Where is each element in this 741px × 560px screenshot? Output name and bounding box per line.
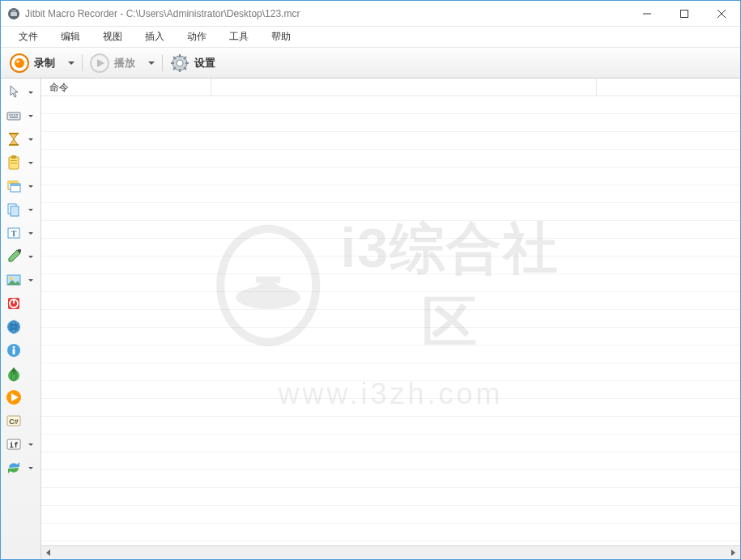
sidebar-window-button[interactable]: [2, 175, 25, 197]
play-dropdown[interactable]: [144, 57, 159, 69]
sidebar-copy-button[interactable]: [2, 198, 25, 221]
chevron-down-icon: [28, 91, 33, 94]
sidebar-csharp-button[interactable]: C#: [2, 409, 25, 432]
svg-rect-22: [7, 112, 20, 120]
svg-rect-24: [11, 114, 13, 116]
sidebar-copy-dropdown[interactable]: [25, 209, 36, 211]
separator: [82, 55, 83, 71]
svg-rect-29: [9, 144, 19, 146]
menu-help[interactable]: 帮助: [260, 27, 302, 47]
chevron-down-icon: [28, 232, 33, 235]
sidebar-upload-button[interactable]: [2, 363, 25, 385]
sidebar-mouse-button[interactable]: [2, 81, 25, 104]
minimize-button[interactable]: [628, 1, 666, 26]
chevron-down-icon: [28, 209, 33, 211]
chevron-down-icon: [28, 467, 33, 469]
csharp-icon: C#: [6, 413, 22, 429]
grid-header: 命令: [41, 78, 740, 96]
window-title: Jitbit Macro Recorder - C:\Users\Adminis…: [25, 8, 628, 19]
sidebar-playmacro-button[interactable]: [2, 386, 25, 409]
menubar: 文件 编辑 视图 插入 动作 工具 帮助: [1, 27, 740, 48]
sidebar-if-dropdown[interactable]: [25, 443, 36, 446]
sidebar-if-button[interactable]: if: [2, 433, 25, 456]
close-button[interactable]: [703, 1, 740, 26]
chevron-down-icon: [28, 138, 33, 141]
chevron-down-icon: [28, 185, 33, 188]
sidebar-keyboard-dropdown[interactable]: [25, 115, 36, 117]
sidebar-text-button[interactable]: T: [2, 222, 25, 244]
info-icon: [6, 342, 22, 358]
menu-file[interactable]: 文件: [7, 27, 49, 47]
horizontal-scrollbar[interactable]: [41, 545, 740, 559]
grid-body[interactable]: i3综合社区 www.i3zh.com: [41, 96, 740, 545]
record-button[interactable]: 录制: [6, 51, 62, 75]
scroll-track[interactable]: [55, 546, 726, 559]
sidebar-color-button[interactable]: [2, 245, 25, 268]
sidebar-window-dropdown[interactable]: [25, 185, 36, 188]
menu-view[interactable]: 视图: [92, 27, 134, 47]
sidebar-mouse-dropdown[interactable]: [25, 91, 36, 94]
svg-point-21: [177, 60, 183, 66]
app-icon: [7, 7, 20, 20]
sidebar-refresh-dropdown[interactable]: [25, 467, 36, 469]
svg-rect-39: [11, 206, 19, 216]
svg-rect-42: [18, 249, 21, 252]
sidebar-info-button[interactable]: [2, 339, 25, 362]
if-icon: if: [6, 436, 22, 452]
copy-icon: [6, 202, 22, 218]
gear-icon: [170, 53, 190, 73]
settings-button[interactable]: 设置: [166, 51, 223, 75]
sidebar-delay-button[interactable]: [2, 128, 25, 151]
window-icon: [6, 178, 22, 194]
sidebar-power-button[interactable]: [2, 292, 25, 315]
image-icon: [6, 272, 22, 288]
menu-insert[interactable]: 插入: [134, 27, 176, 47]
eyedropper-icon: [6, 248, 22, 265]
sidebar-refresh-button[interactable]: [2, 456, 25, 479]
sidebar-text-dropdown[interactable]: [25, 232, 36, 235]
menu-edit[interactable]: 编辑: [49, 27, 92, 47]
maximize-button[interactable]: [666, 1, 703, 26]
chevron-down-icon: [28, 115, 33, 117]
menu-action[interactable]: 动作: [176, 27, 218, 47]
record-icon: [10, 53, 29, 73]
svg-rect-37: [11, 184, 20, 186]
command-grid: 命令: [41, 78, 740, 559]
scroll-right-button[interactable]: [726, 546, 740, 559]
play-icon: [6, 389, 22, 405]
play-icon: [90, 53, 109, 73]
chevron-down-icon: [28, 256, 33, 258]
sidebar-delay-dropdown[interactable]: [25, 138, 36, 141]
sidebar-color-dropdown[interactable]: [25, 256, 36, 258]
settings-label: 设置: [194, 56, 215, 70]
sidebar-web-button[interactable]: [2, 316, 25, 338]
grid-header-command[interactable]: 命令: [41, 78, 211, 95]
sidebar-image-button[interactable]: [2, 269, 25, 291]
svg-rect-1: [11, 12, 17, 16]
sidebar-keyboard-button[interactable]: [2, 104, 25, 127]
sidebar-clipboard-dropdown[interactable]: [25, 162, 36, 164]
sidebar-clipboard-button[interactable]: [2, 151, 25, 174]
clipboard-icon: [6, 155, 22, 171]
play-button[interactable]: 播放: [86, 51, 143, 75]
svg-rect-31: [11, 155, 16, 159]
hourglass-icon: [6, 131, 22, 147]
scroll-left-button[interactable]: [41, 546, 55, 559]
svg-point-51: [13, 346, 15, 349]
svg-text:T: T: [11, 229, 17, 238]
chevron-down-icon: [148, 62, 155, 65]
svg-point-8: [15, 58, 24, 68]
menu-tools[interactable]: 工具: [218, 27, 260, 47]
main-area: T: [1, 78, 740, 559]
grid-header-col3[interactable]: [597, 78, 740, 95]
text-icon: T: [6, 225, 22, 241]
keyboard-icon: [6, 108, 22, 124]
record-label: 录制: [34, 56, 55, 70]
sidebar-image-dropdown[interactable]: [25, 279, 36, 282]
svg-text:if: if: [10, 441, 19, 449]
svg-text:C#: C#: [9, 418, 19, 426]
svg-rect-25: [14, 114, 15, 116]
svg-rect-28: [9, 133, 19, 134]
record-dropdown[interactable]: [64, 57, 79, 69]
grid-header-col2[interactable]: [211, 78, 597, 95]
